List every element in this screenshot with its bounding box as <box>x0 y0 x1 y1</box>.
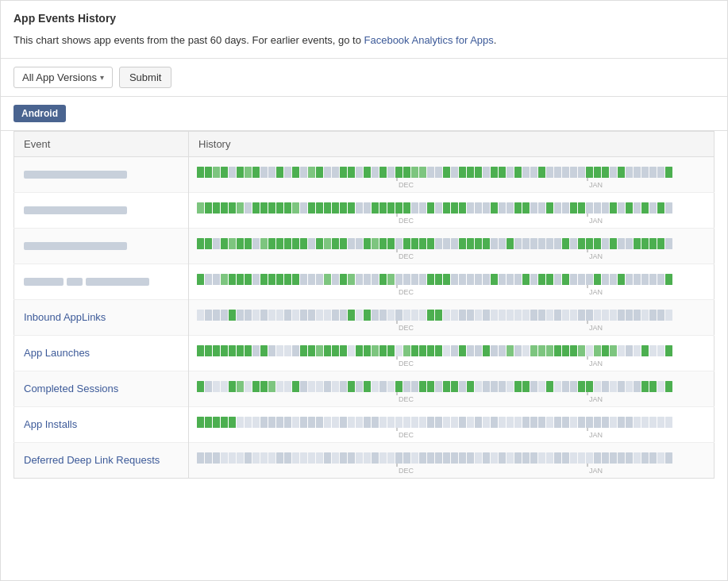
svg-rect-359 <box>507 345 514 356</box>
svg-rect-221 <box>427 274 434 285</box>
svg-rect-258 <box>213 310 220 321</box>
svg-rect-237 <box>554 274 561 285</box>
svg-text:DEC: DEC <box>399 252 414 260</box>
svg-rect-147 <box>348 238 355 249</box>
svg-rect-356 <box>483 345 490 356</box>
app-versions-dropdown[interactable]: All App Versions ▾ <box>13 67 113 88</box>
svg-rect-298 <box>530 310 537 321</box>
svg-rect-330 <box>276 345 283 356</box>
table-row: Deferred Deep Link Requests DEC JAN <box>14 442 715 478</box>
svg-rect-249 <box>649 274 657 285</box>
svg-rect-12 <box>292 167 299 178</box>
svg-rect-426 <box>530 381 537 392</box>
svg-rect-223 <box>443 274 450 285</box>
svg-rect-362 <box>530 345 537 356</box>
event-name-link[interactable]: App Launches <box>24 347 90 359</box>
svg-rect-495 <box>570 417 577 428</box>
svg-rect-5 <box>237 167 244 178</box>
svg-rect-488 <box>514 417 522 428</box>
svg-rect-204 <box>292 274 299 285</box>
svg-rect-526 <box>308 452 315 464</box>
svg-rect-140 <box>292 238 299 249</box>
svg-rect-218 <box>403 274 410 285</box>
event-name-cell: Completed Sessions <box>14 371 189 406</box>
svg-rect-346 <box>403 345 410 356</box>
svg-rect-117 <box>618 202 625 214</box>
svg-rect-271 <box>316 310 323 321</box>
svg-rect-353 <box>459 345 466 356</box>
event-name-link[interactable]: App Installs <box>24 418 77 430</box>
svg-rect-302 <box>562 310 569 321</box>
svg-rect-43 <box>538 167 545 178</box>
svg-rect-209 <box>332 274 339 285</box>
svg-rect-421 <box>491 381 498 392</box>
svg-rect-335 <box>316 345 323 356</box>
svg-rect-149 <box>364 238 371 249</box>
svg-rect-262 <box>245 310 252 321</box>
svg-rect-561 <box>586 452 593 464</box>
svg-rect-496 <box>578 417 585 428</box>
svg-rect-479 <box>443 417 450 428</box>
svg-rect-64 <box>197 202 204 214</box>
svg-rect-553 <box>522 452 530 464</box>
svg-rect-274 <box>340 310 347 321</box>
svg-rect-123 <box>665 202 672 214</box>
svg-rect-384 <box>197 381 204 392</box>
svg-rect-266 <box>276 310 283 321</box>
svg-text:JAN: JAN <box>589 395 603 403</box>
svg-text:JAN: JAN <box>589 288 603 296</box>
svg-rect-481 <box>459 417 466 428</box>
svg-rect-471 <box>379 417 387 428</box>
svg-rect-355 <box>475 345 482 356</box>
svg-rect-30 <box>435 167 442 178</box>
svg-rect-37 <box>491 167 498 178</box>
svg-rect-154 <box>403 238 410 249</box>
svg-rect-268 <box>292 310 299 321</box>
svg-rect-35 <box>475 167 482 178</box>
svg-rect-185 <box>649 238 657 249</box>
svg-rect-261 <box>237 310 244 321</box>
svg-rect-391 <box>252 381 260 392</box>
svg-rect-161 <box>459 238 466 249</box>
svg-rect-56 <box>641 167 649 178</box>
svg-rect-217 <box>395 274 403 285</box>
svg-rect-418 <box>467 381 474 392</box>
page-wrapper: App Events History This chart shows app … <box>0 0 728 581</box>
event-name-link[interactable]: Deferred Deep Link Requests <box>24 454 160 466</box>
svg-rect-228 <box>483 274 490 285</box>
svg-rect-357 <box>491 345 498 356</box>
svg-rect-531 <box>348 452 355 464</box>
svg-rect-270 <box>308 310 315 321</box>
svg-rect-521 <box>268 452 275 464</box>
svg-rect-376 <box>641 345 649 356</box>
svg-rect-194 <box>213 274 220 285</box>
svg-rect-198 <box>245 274 252 285</box>
svg-rect-547 <box>475 452 482 464</box>
svg-rect-491 <box>538 417 545 428</box>
analytics-link[interactable]: Facebook Analytics for Apps <box>364 34 494 46</box>
event-name-link[interactable]: Completed Sessions <box>24 383 118 394</box>
svg-rect-545 <box>459 452 466 464</box>
svg-rect-164 <box>483 238 490 249</box>
svg-rect-227 <box>475 274 482 285</box>
svg-rect-169 <box>522 238 530 249</box>
svg-rect-465 <box>332 417 339 428</box>
svg-text:JAN: JAN <box>589 467 603 475</box>
submit-button[interactable]: Submit <box>119 67 171 88</box>
svg-rect-233 <box>522 274 530 285</box>
table-section: Event History DEC JAN DEC JAN DEC <box>1 131 727 491</box>
svg-rect-8 <box>260 167 268 178</box>
svg-rect-406 <box>372 381 379 392</box>
svg-rect-528 <box>324 452 331 464</box>
svg-rect-530 <box>340 452 347 464</box>
svg-rect-462 <box>308 417 315 428</box>
chevron-down-icon: ▾ <box>100 73 104 82</box>
svg-rect-79 <box>316 202 323 214</box>
svg-rect-69 <box>237 202 244 214</box>
svg-rect-87 <box>379 202 387 214</box>
svg-rect-341 <box>364 345 371 356</box>
svg-rect-239 <box>570 274 577 285</box>
description-text: This chart shows app events from the pas… <box>13 33 715 48</box>
svg-rect-138 <box>276 238 283 249</box>
event-name-link[interactable]: Inbound AppLinks <box>24 311 106 323</box>
